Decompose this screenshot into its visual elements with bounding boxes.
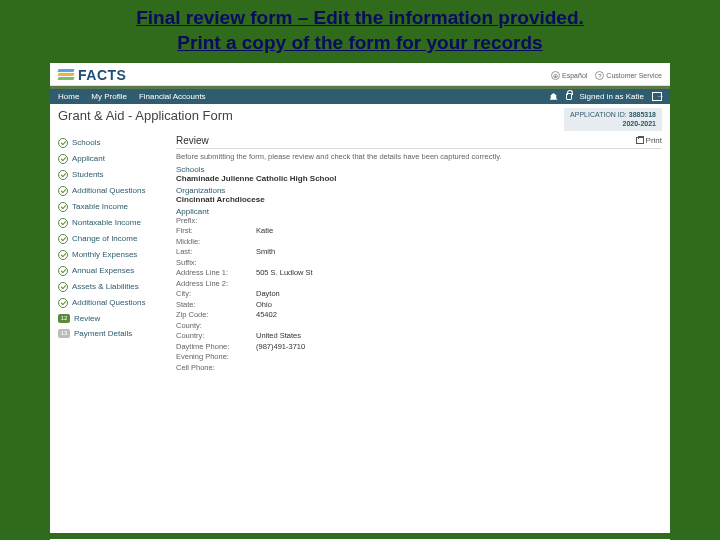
- check-icon: [58, 234, 68, 244]
- title-line-1: Final review form – Edit the information…: [136, 7, 584, 28]
- application-id-badge: APPLICATION ID: 3885318 2020-2021: [564, 108, 662, 130]
- sidebar-item-applicant[interactable]: Applicant: [58, 151, 168, 167]
- sidebar-item-label: Annual Expenses: [72, 266, 134, 275]
- sidebar-item-label: Additional Questions: [72, 186, 145, 195]
- step-number: 13: [58, 329, 70, 338]
- sidebar: Schools Applicant Students Additional Qu…: [58, 135, 168, 374]
- slide-title: Final review form – Edit the information…: [0, 0, 720, 63]
- help-icon: ?: [595, 71, 604, 80]
- intro-text: Before submitting the form, please revie…: [176, 152, 662, 161]
- check-icon: [58, 266, 68, 276]
- field-address2: Address Line 2:: [176, 279, 662, 290]
- field-middle: Middle:: [176, 237, 662, 248]
- topbar: FACTS ⊕Español ?Customer Service: [50, 63, 670, 86]
- nav-my-profile[interactable]: My Profile: [91, 92, 127, 101]
- section-heading: Review: [176, 135, 209, 146]
- step-number: 12: [58, 314, 70, 323]
- nav-bar: Home My Profile Financial Accounts Signe…: [50, 89, 670, 104]
- print-icon: [636, 137, 644, 144]
- field-state: State:Ohio: [176, 300, 662, 311]
- organizations-label: Organizations: [176, 186, 662, 195]
- field-last: Last:Smith: [176, 247, 662, 258]
- organizations-value: Cincinnati Archdiocese: [176, 195, 662, 204]
- sidebar-item-label: Taxable Income: [72, 202, 128, 211]
- sidebar-item-label: Schools: [72, 138, 100, 147]
- check-icon: [58, 202, 68, 212]
- logo-icon: [58, 69, 74, 81]
- check-icon: [58, 138, 68, 148]
- sidebar-item-additional-questions[interactable]: Additional Questions: [58, 183, 168, 199]
- sidebar-item-label: Payment Details: [74, 329, 132, 338]
- sidebar-item-change-of-income[interactable]: Change of Income: [58, 231, 168, 247]
- sidebar-item-label: Change of Income: [72, 234, 137, 243]
- check-icon: [58, 218, 68, 228]
- check-icon: [58, 154, 68, 164]
- schools-label: Schools: [176, 165, 662, 174]
- check-icon: [58, 186, 68, 196]
- applicant-label: Applicant: [176, 207, 662, 216]
- print-link[interactable]: Print: [636, 136, 662, 145]
- sidebar-item-label: Additional Questions: [72, 298, 145, 307]
- field-suffix: Suffix:: [176, 258, 662, 269]
- sidebar-item-label: Nontaxable Income: [72, 218, 141, 227]
- sidebar-item-nontaxable-income[interactable]: Nontaxable Income: [58, 215, 168, 231]
- page-head: Grant & Aid - Application Form APPLICATI…: [50, 104, 670, 134]
- main-content: Review Print Before submitting the form,…: [176, 135, 662, 374]
- sidebar-item-payment[interactable]: 13Payment Details: [58, 326, 168, 341]
- sign-out-icon[interactable]: [652, 92, 662, 101]
- brand-name: FACTS: [78, 67, 126, 83]
- sidebar-item-label: Assets & Liabilities: [72, 282, 139, 291]
- sidebar-item-students[interactable]: Students: [58, 167, 168, 183]
- sidebar-item-additional-questions-2[interactable]: Additional Questions: [58, 295, 168, 311]
- customer-service-link[interactable]: ?Customer Service: [595, 71, 662, 80]
- app-frame: FACTS ⊕Español ?Customer Service Home My…: [50, 63, 670, 533]
- field-zip: Zip Code:45402: [176, 310, 662, 321]
- lock-icon: [566, 93, 572, 100]
- sidebar-item-annual-expenses[interactable]: Annual Expenses: [58, 263, 168, 279]
- signed-in-text: Signed in as Katie: [580, 92, 645, 101]
- field-daytime-phone: Daytime Phone:(987)491-3710: [176, 342, 662, 353]
- field-country: Country:United States: [176, 331, 662, 342]
- schools-value: Chaminade Julienne Catholic High School: [176, 174, 662, 183]
- title-line-2: Print a copy of the form for your record…: [177, 32, 542, 53]
- sidebar-item-assets-liabilities[interactable]: Assets & Liabilities: [58, 279, 168, 295]
- sidebar-item-label: Monthly Expenses: [72, 250, 137, 259]
- field-county: County:: [176, 321, 662, 332]
- espanol-link[interactable]: ⊕Español: [551, 71, 587, 80]
- nav-financial-accounts[interactable]: Financial Accounts: [139, 92, 206, 101]
- field-address1: Address Line 1:505 S. Ludlow St: [176, 268, 662, 279]
- top-links: ⊕Español ?Customer Service: [551, 71, 662, 80]
- sidebar-item-review[interactable]: 12Review: [58, 311, 168, 326]
- sidebar-item-schools[interactable]: Schools: [58, 135, 168, 151]
- field-evening-phone: Evening Phone:: [176, 352, 662, 363]
- check-icon: [58, 282, 68, 292]
- check-icon: [58, 170, 68, 180]
- nav-home[interactable]: Home: [58, 92, 79, 101]
- sidebar-item-label: Applicant: [72, 154, 105, 163]
- check-icon: [58, 250, 68, 260]
- brand: FACTS: [58, 67, 126, 83]
- field-first: First:Katie: [176, 226, 662, 237]
- field-cell-phone: Cell Phone:: [176, 363, 662, 374]
- sidebar-item-monthly-expenses[interactable]: Monthly Expenses: [58, 247, 168, 263]
- sidebar-item-taxable-income[interactable]: Taxable Income: [58, 199, 168, 215]
- page-title: Grant & Aid - Application Form: [58, 108, 233, 123]
- field-prefix: Prefix:: [176, 216, 662, 227]
- sidebar-item-label: Review: [74, 314, 100, 323]
- sidebar-item-label: Students: [72, 170, 104, 179]
- check-icon: [58, 298, 68, 308]
- globe-icon: ⊕: [551, 71, 560, 80]
- field-city: City:Dayton: [176, 289, 662, 300]
- bell-icon[interactable]: [550, 93, 558, 101]
